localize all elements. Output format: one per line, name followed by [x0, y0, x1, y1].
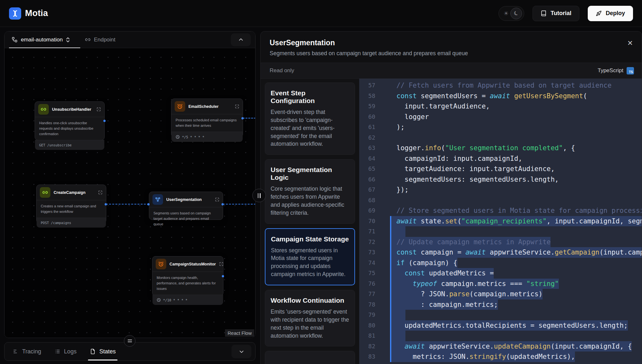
line-content: if (campaign) { [390, 258, 457, 268]
node-title: CampaignStatusMonitor [169, 262, 216, 266]
close-panel-button[interactable]: × [628, 39, 633, 48]
node-port[interactable] [105, 203, 107, 205]
link-icon [85, 37, 91, 43]
flow-selector[interactable]: email-automation [12, 37, 70, 43]
code-editor[interactable]: 57// Fetch users from Appwrite based on … [359, 79, 642, 364]
line-number: 70 [359, 216, 375, 227]
line-number: 74 [359, 258, 375, 268]
node-port[interactable] [221, 203, 224, 205]
expand-node-icon[interactable] [215, 197, 220, 202]
deploy-button[interactable]: Deploy [588, 6, 633, 21]
line-number: 78 [359, 299, 375, 310]
clock-icon [176, 135, 180, 139]
code-line: 77 ? JSON.parse(campaign.metrics) [359, 289, 642, 299]
code-line: 75 const updatedMetrics = [359, 268, 642, 279]
deploy-label: Deploy [606, 10, 625, 17]
code-sections-list: Event Step Configuration Event-driven st… [261, 79, 359, 364]
code-line: 83 metrics: JSON.stringify(updatedMetric… [359, 351, 642, 362]
flow-node-user-segmentation[interactable]: UserSegmentation Segments users based on… [149, 192, 223, 220]
expand-node-icon[interactable] [235, 104, 239, 109]
node-title: CreateCampaign [54, 190, 85, 195]
line-content: : campaign.metrics; [390, 299, 498, 310]
line-content: // Store segmented users in Motia state … [390, 205, 642, 216]
collapse-bottom-bar-button[interactable] [231, 345, 251, 358]
node-port[interactable] [241, 117, 244, 119]
line-number: 81 [359, 331, 375, 341]
node-description: Monitors campaign health, performance, a… [152, 272, 223, 295]
flow-node-unsubscribe-handler[interactable]: UnsubscribeHandler Handles one-click uns… [35, 101, 105, 140]
node-port[interactable] [147, 203, 150, 205]
clock-icon [157, 298, 161, 302]
node-header: UserSegmentation [149, 192, 223, 207]
node-footer: */5 * * * * [171, 132, 243, 142]
node-port[interactable] [103, 120, 106, 122]
code-line: 78 : campaign.metrics; [359, 299, 642, 310]
line-content: typeof campaign.metrics === "string" [390, 279, 559, 289]
node-header: EmailScheduler [171, 99, 243, 114]
line-number: 61 [359, 122, 375, 133]
code-line: 73const campaign = await appwriteService… [359, 247, 642, 258]
link-icon [40, 187, 50, 198]
code-line: 70await state.set("campaign_recipients",… [359, 216, 642, 227]
tab-logs[interactable]: Logs [55, 342, 76, 360]
line-number: 58 [359, 91, 375, 101]
flow-node-create-campaign[interactable]: CreateCampaign Creates a new email campa… [36, 185, 106, 223]
node-header: CampaignStatusMonitor [152, 256, 223, 272]
react-flow-attribution[interactable]: React Flow [225, 329, 254, 337]
moon-toggle[interactable]: ☾ [510, 8, 522, 19]
line-number: 62 [359, 133, 375, 143]
code-section-card[interactable]: Campaign State Storage Stores segmented … [265, 228, 355, 285]
code-section-card-partial[interactable] [265, 351, 355, 364]
step-detail-panel: UserSegmentation Segments users based on… [260, 31, 642, 364]
code-line: 58const segmentedUsers = await getUsersB… [359, 91, 642, 101]
collapse-flow-button[interactable] [231, 33, 251, 46]
tab-tracing[interactable]: Tracing [13, 342, 41, 360]
line-number: 64 [359, 153, 375, 164]
line-number: 68 [359, 195, 375, 206]
rocket-icon [596, 10, 602, 16]
code-line: 64 campaignId: input.campaignId, [359, 153, 642, 164]
tutorial-button[interactable]: Tutorial [533, 6, 579, 21]
workflow-icon [12, 37, 18, 43]
horizontal-panel-resize-handle[interactable] [124, 335, 135, 347]
node-description: Creates a new email campaign and trigger… [37, 200, 106, 218]
node-description: Processes scheduled email campaigns when… [171, 114, 243, 132]
line-content: }); [390, 185, 409, 195]
code-section-card[interactable]: Event Step Configuration Event-driven st… [265, 82, 355, 155]
code-line: 80 updatedMetrics.totalRecipients = segm… [359, 320, 642, 331]
node-footer: POST /campaigns [37, 218, 106, 228]
clock-icon [175, 101, 185, 112]
expand-node-icon[interactable] [96, 107, 101, 112]
language-label: TypeScript [598, 67, 623, 74]
flow-node-campaign-status-monitor[interactable]: CampaignStatusMonitor Monitors campaign … [152, 256, 223, 296]
expand-node-icon[interactable] [98, 190, 103, 195]
topbar-actions: ☀ ☾ Tutorial Deploy [499, 6, 633, 21]
code-section-card[interactable]: User Segmentation Logic Core segmentatio… [265, 159, 355, 223]
vertical-panel-resize-handle[interactable] [252, 189, 266, 202]
edge-connection [106, 204, 149, 204]
code-section-card[interactable]: Workflow Continuation Emits 'users-segme… [265, 290, 355, 346]
line-number: 63 [359, 143, 375, 153]
node-port[interactable] [222, 275, 224, 277]
tab-states[interactable]: States [90, 342, 116, 360]
code-line: 68 [359, 195, 642, 206]
flow-canvas[interactable]: React Flow UnsubscribeHandler Handles on… [4, 48, 255, 338]
line-number: 82 [359, 341, 375, 352]
brand: Motia [9, 7, 48, 20]
states-icon [90, 349, 96, 354]
line-content: await appwriteService.updateCampaign(inp… [390, 341, 632, 352]
section-title: Event Step Configuration [271, 89, 349, 105]
section-title: Campaign State Storage [271, 235, 349, 243]
node-title: UserSegmentation [166, 197, 202, 202]
sun-icon[interactable]: ☀ [503, 10, 508, 17]
line-content: const campaign = await appwriteService.g… [390, 247, 642, 258]
flow-node-email-scheduler[interactable]: EmailScheduler Processes scheduled email… [171, 99, 243, 137]
link-icon [38, 104, 49, 115]
tab-endpoint[interactable]: Endpoint [85, 37, 115, 43]
expand-node-icon[interactable] [219, 262, 224, 266]
line-content: ); [390, 122, 404, 133]
code-line: 60 logger [359, 112, 642, 122]
code-line: 63logger.info("User segmentation complet… [359, 143, 642, 153]
section-title: Workflow Continuation [271, 297, 349, 304]
theme-toggle[interactable]: ☀ ☾ [499, 6, 524, 21]
